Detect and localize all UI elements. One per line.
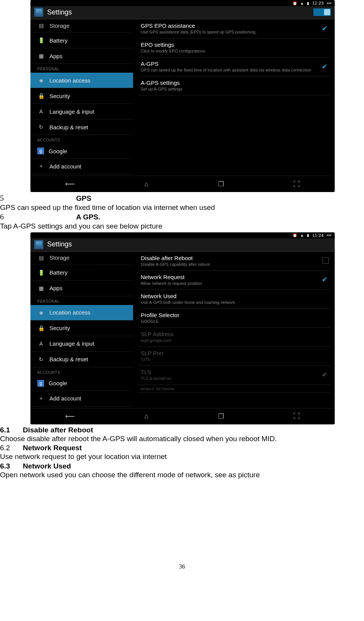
storage-icon: ▤ [37,254,45,262]
app-title: Settings [47,240,72,248]
settings-sidebar: ▤Storage 🔋Battery ▦Apps PERSONAL ◈Locati… [30,252,133,408]
row-title: SLP Address [141,331,329,337]
heading-a-gps: A GPS. [76,213,100,221]
recents-button[interactable]: ❐ [218,180,224,188]
sidebar-item-label: Backup & reset [49,124,88,130]
heading-network-used: Network Used [23,462,71,470]
settings-icon [34,240,43,249]
app-header: Settings [30,238,335,252]
alarm-icon: ⏰ [292,233,297,237]
sidebar-item-label: Location access [49,309,91,316]
settings-content: Disable after RebootDisable A-GPS capabi… [133,252,335,408]
row-subtitle: Use GPS assistance data (EPO) to speed u… [141,30,320,34]
row-network-used[interactable]: Network UsedUse A-GPS both under home an… [138,290,331,309]
checkbox-network-request[interactable]: ✔ [320,275,329,284]
body-gps: GPS can speed up the fixed time of locat… [0,203,364,212]
status-ampm: AM [327,2,332,5]
body-a-gps: Tap A-GPS settings and you can see below… [0,222,364,231]
row-disable-after-reboot[interactable]: Disable after RebootDisable A-GPS capabi… [138,252,331,271]
status-bar: ⏰ ▲ ▮ 11:24 AM [30,232,335,238]
app-header: Settings [30,6,335,19]
sidebar-item-language[interactable]: ALanguage & input [30,104,133,119]
row-title: Disable after Reboot [141,255,323,261]
row-a-gps-settings[interactable]: A-GPS settingsSet up A-GPS settings [138,76,331,95]
sidebar-item-label: Security [49,93,70,99]
back-button[interactable]: ⟵ [65,412,75,421]
sidebar-item-label: Add account [49,163,81,170]
row-subtitle: Use A-GPS both under home and roaming ne… [141,300,329,305]
row-epo-settings[interactable]: EPO settingsClick to modify EPO configur… [138,38,331,57]
row-mobile-network-header: MOBILE NETWORK [138,385,331,393]
settings-content: GPS EPO assistanceUse GPS assistance dat… [133,19,335,176]
row-title: Profile Selector [141,312,329,318]
row-subtitle: 7275 [141,357,329,362]
heading-number-6-2: 6.2 [0,444,23,452]
location-icon: ◈ [37,76,45,84]
row-subtitle: GOOGLE [141,319,329,324]
sidebar-item-label: Battery [49,269,68,276]
screenshot-button[interactable]: ⛶ [293,180,300,188]
checkbox-gps-epo[interactable]: ✔ [320,24,329,33]
sidebar-item-google[interactable]: gGoogle [30,144,133,159]
lock-icon: 🔒 [37,324,45,332]
battery-icon: 🔋 [37,37,45,44]
lock-icon: 🔒 [37,92,45,100]
row-subtitle: supl.google.com [141,338,329,343]
recents-button[interactable]: ❐ [218,412,224,421]
keyboard-icon: A [37,340,45,348]
status-clock: 11:23 [312,1,324,5]
sidebar-item-battery[interactable]: 🔋Battery [30,265,133,281]
row-title: GPS EPO assistance [141,22,320,29]
sidebar-item-battery[interactable]: 🔋Battery [30,33,133,48]
screenshot-button[interactable]: ⛶ [293,412,300,420]
row-subtitle: Allow network to request position [141,281,320,286]
system-navbar: ⟵ ⌂ ❐ ⛶ [30,408,335,424]
sidebar-item-location-access[interactable]: ◈Location access [30,305,133,321]
plus-icon: ＋ [37,162,45,170]
home-button[interactable]: ⌂ [144,412,148,420]
sidebar-item-apps[interactable]: ▦Apps [30,281,133,296]
body-disable-after-reboot: Choose disable after reboot the A-GPS wi… [0,434,364,443]
battery-icon: 🔋 [37,269,45,276]
sidebar-item-security[interactable]: 🔒Security [30,321,133,336]
sidebar-item-location-access[interactable]: ◈Location access [30,73,133,88]
location-master-toggle[interactable] [313,8,331,16]
sidebar-item-add-account[interactable]: ＋Add account [30,391,133,407]
sidebar-header-accounts: ACCOUNTS [30,367,133,376]
sidebar-item-label: Add account [49,395,81,402]
screenshot-location-access: ⏰ ▲ ▮ 11:23 AM Settings ▤Storage 🔋Batter… [30,0,335,192]
checkbox-disable-after-reboot[interactable] [323,257,329,264]
sidebar-item-language[interactable]: ALanguage & input [30,336,133,352]
row-slp-address: SLP Addresssupl.google.com [138,328,331,347]
home-button[interactable]: ⌂ [144,180,148,188]
heading-number-6-1: 6.1 [0,426,23,434]
row-title: EPO settings [141,41,329,48]
storage-icon: ▤ [37,22,45,29]
sidebar-item-backup[interactable]: ↻Backup & reset [30,352,133,367]
status-clock: 11:24 [312,233,324,238]
sidebar-item-label: Google [49,148,67,154]
screenshot-a-gps-settings: ⏰ ▲ ▮ 11:24 AM Settings ▤Storage 🔋Batter… [30,232,335,424]
sidebar-item-label: Security [49,325,70,331]
sidebar-item-apps[interactable]: ▦Apps [30,48,133,64]
sidebar-item-google[interactable]: gGoogle [30,376,133,391]
sidebar-header-personal: PERSONAL [30,296,133,305]
sidebar-item-backup[interactable]: ↻Backup & reset [30,119,133,135]
back-button[interactable]: ⟵ [65,180,75,188]
row-profile-selector[interactable]: Profile SelectorGOOGLE [138,309,331,328]
row-gps-epo-assistance[interactable]: GPS EPO assistanceUse GPS assistance dat… [138,19,331,38]
row-network-request[interactable]: Network RequestAllow network to request … [138,271,331,290]
row-slp-port: SLP Port7275 [138,347,331,366]
sidebar-item-add-account[interactable]: ＋Add account [30,159,133,174]
reset-icon: ↻ [37,123,45,131]
sidebar-item-label: Storage [49,22,70,29]
sidebar-item-storage[interactable]: ▤Storage [30,21,133,33]
sidebar-item-security[interactable]: 🔒Security [30,88,133,104]
sidebar-item-label: Apps [49,285,62,291]
list-number-6: 6 [0,212,76,222]
list-number-5: 5 [0,194,76,203]
checkbox-a-gps[interactable]: ✔ [320,62,329,71]
sidebar-item-label: Storage [49,254,70,261]
row-a-gps[interactable]: A-GPSGPS can speed up the fixed time of … [138,57,331,76]
sidebar-item-storage[interactable]: ▤Storage [30,253,133,265]
